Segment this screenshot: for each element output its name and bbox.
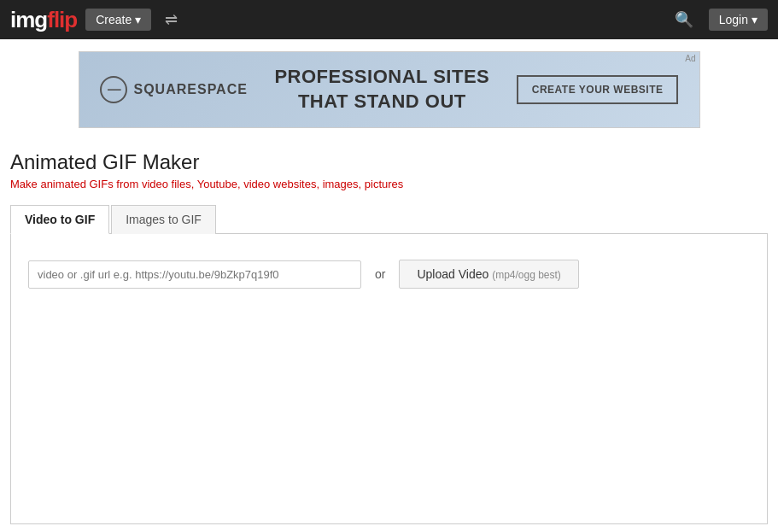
or-label: or bbox=[375, 267, 385, 281]
page-subtitle: Make animated GIFs from video files, You… bbox=[10, 178, 768, 190]
page-title: Animated GIF Maker bbox=[10, 150, 768, 174]
ad-cta-button[interactable]: CREATE YOUR WEBSITE bbox=[517, 75, 679, 104]
tab-video-to-gif[interactable]: Video to GIF bbox=[10, 205, 109, 234]
video-url-input[interactable] bbox=[28, 260, 361, 289]
shuffle-icon: ⇌ bbox=[165, 11, 178, 28]
ad-banner: Ad ⸻ SQUARESPACE PROFESSIONAL SITES THAT… bbox=[79, 51, 700, 128]
search-icon: 🔍 bbox=[675, 11, 693, 28]
ad-left: ⸻ SQUARESPACE bbox=[100, 76, 248, 103]
login-chevron-icon: ▾ bbox=[752, 13, 758, 26]
squarespace-icon: ⸻ bbox=[100, 76, 127, 103]
tab-images-to-gif-label: Images to GIF bbox=[126, 213, 202, 226]
logo[interactable]: imgflip bbox=[10, 7, 77, 33]
navbar: imgflip Create ▾ ⇌ 🔍 Login ▾ bbox=[0, 0, 778, 39]
tabs-container: Video to GIF Images to GIF bbox=[10, 204, 768, 234]
ad-tagline-line1: PROFESSIONAL SITES bbox=[274, 65, 489, 90]
main-content: Animated GIF Maker Make animated GIFs fr… bbox=[0, 140, 778, 524]
tab-content-panel: or Upload Video (mp4/ogg best) bbox=[10, 234, 768, 524]
shuffle-button[interactable]: ⇌ bbox=[160, 7, 183, 32]
ad-label: Ad bbox=[685, 54, 695, 63]
login-label: Login bbox=[719, 13, 748, 26]
ad-tagline: PROFESSIONAL SITES THAT STAND OUT bbox=[274, 65, 489, 114]
ad-tagline-line2: THAT STAND OUT bbox=[274, 90, 489, 114]
login-button[interactable]: Login ▾ bbox=[709, 9, 768, 31]
upload-video-sublabel: (mp4/ogg best) bbox=[492, 269, 561, 281]
upload-video-button[interactable]: Upload Video (mp4/ogg best) bbox=[399, 260, 578, 289]
create-chevron-icon: ▾ bbox=[135, 13, 141, 26]
logo-flip-text: flip bbox=[47, 7, 77, 32]
tab-images-to-gif[interactable]: Images to GIF bbox=[111, 205, 216, 234]
create-label: Create bbox=[96, 13, 132, 26]
tab-video-to-gif-label: Video to GIF bbox=[25, 213, 95, 226]
upload-video-label: Upload Video bbox=[417, 267, 488, 281]
squarespace-logo: ⸻ SQUARESPACE bbox=[100, 76, 248, 103]
search-icon-button[interactable]: 🔍 bbox=[668, 7, 700, 32]
video-to-gif-panel: or Upload Video (mp4/ogg best) bbox=[28, 260, 750, 289]
logo-img-text: img bbox=[10, 7, 47, 32]
create-button[interactable]: Create ▾ bbox=[85, 9, 151, 31]
squarespace-brand-text: SQUARESPACE bbox=[134, 82, 248, 97]
